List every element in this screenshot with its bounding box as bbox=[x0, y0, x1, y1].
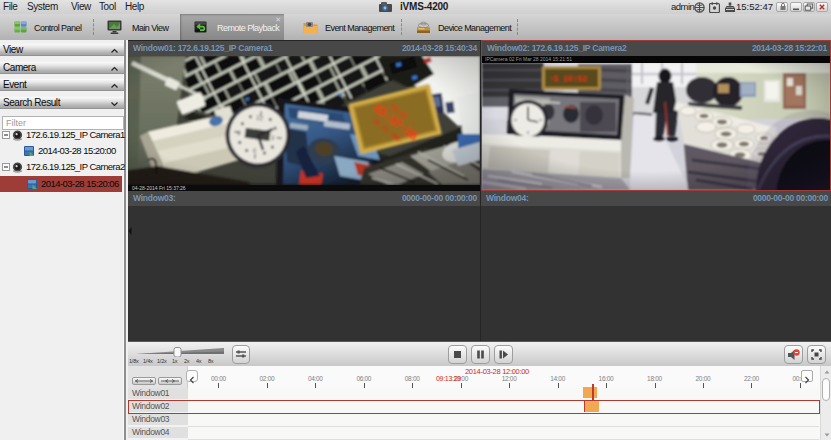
svg-text:IPCamera 02 Fri Mar 28 2014 15: IPCamera 02 Fri Mar 28 2014 15:21:51 bbox=[485, 56, 572, 62]
